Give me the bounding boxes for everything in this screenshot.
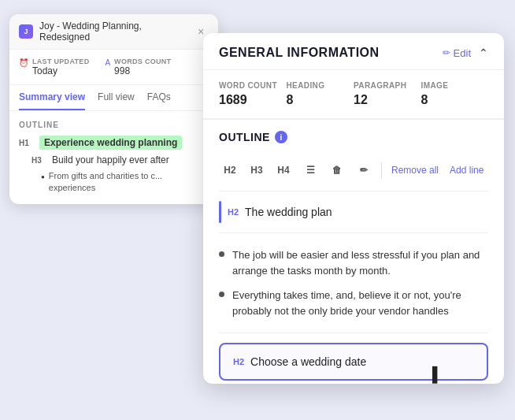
tabs-row: Summary view Full view FAQs <box>9 85 218 111</box>
toolbar-delete-button[interactable]: 🗑 <box>326 159 348 181</box>
words-count-label: WORDS COUNT <box>114 58 171 65</box>
h2-indicator <box>219 201 221 223</box>
outline-item-wedding-plan[interactable]: H2 The wedding plan <box>219 191 488 233</box>
toolbar-separator <box>381 162 382 178</box>
bullet-circle-icon <box>219 251 224 257</box>
stats-row: WORD COUNT 1689 HEADING 8 PARAGRAPH 12 I… <box>203 70 504 120</box>
toolbar-h2-button[interactable]: H2 <box>219 159 241 181</box>
bullet-item-1: The job will be easier and less stressfu… <box>219 243 488 283</box>
bullet-items-group: The job will be easier and less stressfu… <box>219 233 488 333</box>
header-actions: ✏ Edit ⌃ <box>443 46 488 59</box>
last-updated-meta: ⏰ LAST UPDATED Today <box>19 58 89 76</box>
heading-value: 8 <box>287 93 354 107</box>
last-updated-value: Today <box>32 65 89 76</box>
collapse-icon[interactable]: ⌃ <box>479 46 488 59</box>
heading-label: HEADING <box>287 81 354 90</box>
outline-toolbar: H2 H3 H4 ☰ 🗑 ✏ Remove all Add line <box>219 153 488 191</box>
outline-item-wedding-date[interactable]: H2 Choose a wedding date <box>219 343 488 381</box>
h2-tag: H2 <box>228 207 239 217</box>
word-count-value: 1689 <box>219 93 287 107</box>
image-value: 8 <box>421 93 489 107</box>
stat-heading: HEADING 8 <box>287 81 354 107</box>
clock-icon: ⏰ <box>19 58 28 67</box>
general-info-title: GENERAL INFORMATION <box>219 46 380 60</box>
wedding-plan-text: The wedding plan <box>245 206 332 218</box>
h3-badge: H3 <box>31 156 47 165</box>
outline-label: OUTLINE <box>19 121 209 129</box>
h1-badge: H1 <box>19 139 35 147</box>
toolbar-edit-button[interactable]: ✏ <box>353 159 375 181</box>
outline-items-list: H2 The wedding plan The job will be easi… <box>219 191 488 384</box>
bullet-circle-icon-2 <box>219 292 224 297</box>
bullet-item-2: Everything takes time, and, believe it o… <box>219 283 488 323</box>
window-title: Joy - Wedding Planning, Redesigned <box>39 20 191 43</box>
wedding-date-text: Choose a wedding date <box>250 355 366 368</box>
image-label: IMAGE <box>421 81 489 90</box>
app-icon: J <box>19 24 33 39</box>
outline-section: OUTLINE i H2 H3 H4 ☰ 🗑 ✏ Remove all Add … <box>203 120 504 384</box>
stat-image: IMAGE 8 <box>421 81 489 107</box>
h3-text: Build your happily ever after <box>52 154 169 165</box>
paragraph-label: PARAGRAPH <box>354 81 421 90</box>
bullet-text: From gifts and charities to c... experie… <box>49 170 209 195</box>
outline-h3-item: H3 Build your happily ever after <box>31 154 209 165</box>
bullet-text-2: Everything takes time, and, believe it o… <box>232 288 488 318</box>
tab-faqs[interactable]: FAQs <box>147 85 171 110</box>
edit-label: Edit <box>454 47 471 59</box>
main-card: GENERAL INFORMATION ✏ Edit ⌃ WORD COUNT … <box>203 33 504 384</box>
words-count-value: 998 <box>114 65 171 76</box>
stat-word-count: WORD COUNT 1689 <box>219 81 287 107</box>
toolbar-h3-button[interactable]: H3 <box>246 159 268 181</box>
info-icon: i <box>275 131 287 143</box>
words-count-meta: A WORDS COUNT 998 <box>105 58 171 76</box>
add-line-button[interactable]: Add line <box>446 165 487 176</box>
last-updated-label: LAST UPDATED <box>32 58 89 65</box>
outline-section-header: OUTLINE i <box>219 131 488 143</box>
tab-fullview[interactable]: Full view <box>98 85 135 110</box>
h1-text: Experience wedding planning <box>39 136 182 150</box>
bullet-dot-icon: ● <box>41 173 45 181</box>
remove-all-button[interactable]: Remove all <box>388 165 442 176</box>
bullet-text-1: The job will be easier and less stressfu… <box>232 247 488 278</box>
stat-paragraph: PARAGRAPH 12 <box>354 81 421 107</box>
card-body: OUTLINE H1 Experience wedding planning H… <box>9 111 218 204</box>
background-card: J Joy - Wedding Planning, Redesigned × ⏰… <box>9 14 218 204</box>
outline-h1-item: H1 Experience wedding planning <box>19 136 209 150</box>
text-icon: A <box>105 58 110 67</box>
paragraph-value: 12 <box>354 93 421 107</box>
edit-button[interactable]: ✏ Edit <box>443 47 471 59</box>
outline-bullet-item: ● From gifts and charities to c... exper… <box>41 170 209 195</box>
outline-section-title: OUTLINE <box>219 131 270 143</box>
word-count-label: WORD COUNT <box>219 81 287 90</box>
toolbar-list-button[interactable]: ☰ <box>299 159 321 181</box>
cursor: ▌ <box>432 366 440 379</box>
meta-row: ⏰ LAST UPDATED Today A WORDS COUNT 998 <box>9 50 218 85</box>
toolbar-h4-button[interactable]: H4 <box>272 159 295 181</box>
h2-tag-date: H2 <box>233 357 244 366</box>
main-card-header: GENERAL INFORMATION ✏ Edit ⌃ <box>203 33 504 70</box>
tab-summary[interactable]: Summary view <box>19 85 85 110</box>
edit-pencil-icon: ✏ <box>443 47 450 58</box>
titlebar: J Joy - Wedding Planning, Redesigned × <box>9 14 218 50</box>
